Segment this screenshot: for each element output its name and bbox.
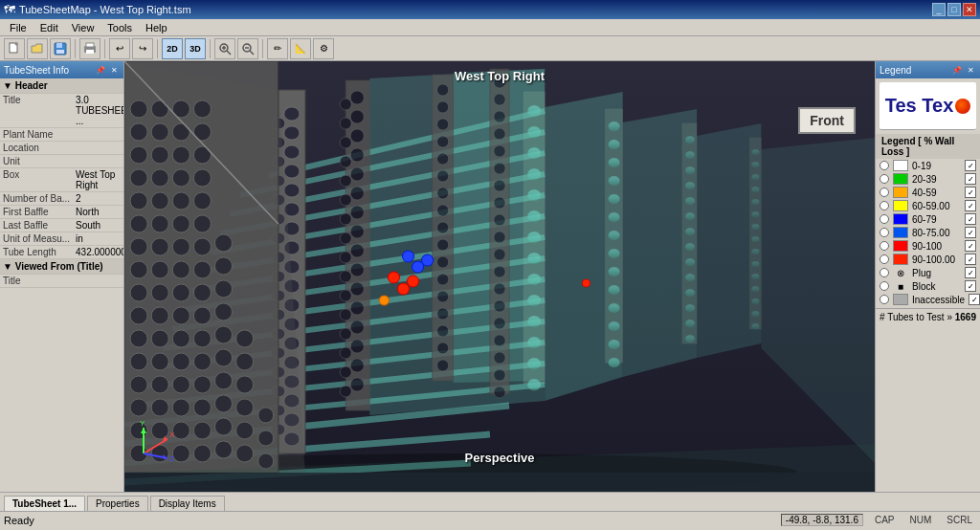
legend-check-80-7500[interactable]: ✓ — [965, 227, 976, 238]
legend-color-20-39 — [893, 173, 908, 185]
info-label-firstbaffle: First Baffle — [0, 206, 73, 219]
toolbar-zoom-in[interactable] — [214, 38, 235, 59]
svg-line-303 — [144, 439, 167, 453]
legend-radio-plug[interactable] — [880, 268, 889, 277]
legend-check-60-79[interactable]: ✓ — [965, 213, 976, 225]
svg-text:X: X — [169, 431, 175, 439]
legend-check-block[interactable]: ✓ — [965, 280, 976, 292]
menu-edit[interactable]: Edit — [34, 21, 64, 34]
tab-properties[interactable]: Properties — [87, 496, 148, 511]
toolbar-print[interactable] — [79, 38, 100, 59]
svg-point-270 — [437, 342, 449, 354]
legend-radio-90-10000[interactable] — [880, 254, 889, 264]
toolbar-open[interactable] — [27, 38, 48, 59]
svg-point-228 — [350, 225, 364, 238]
svg-rect-5 — [86, 43, 94, 47]
axis-indicator: X Y Z — [134, 420, 172, 458]
toolbar-save[interactable] — [50, 38, 71, 59]
legend-pin-btn[interactable]: 📌 — [950, 66, 964, 75]
legend-label-0-19: 0-19 — [912, 161, 961, 171]
legend-color-0-19 — [893, 160, 908, 171]
svg-point-300 — [582, 279, 590, 287]
maximize-button[interactable]: □ — [947, 3, 961, 16]
viewport[interactable]: West Top Right Perspective Front X Y Z — [124, 61, 875, 492]
legend-radio-90-100[interactable] — [880, 241, 889, 251]
toolbar-measure[interactable]: 📐 — [290, 38, 311, 59]
svg-point-249 — [340, 328, 351, 340]
minimize-button[interactable]: _ — [932, 3, 946, 16]
info-value-box: West Top Right — [73, 168, 123, 192]
legend-check-60-5900[interactable]: ✓ — [965, 200, 976, 211]
svg-point-264 — [437, 239, 449, 251]
close-button[interactable]: ✕ — [963, 3, 976, 16]
toolbar-pencil[interactable]: ✏ — [267, 38, 288, 59]
legend-close-btn[interactable]: ✕ — [966, 66, 976, 75]
legend-check-0-19[interactable]: ✓ — [965, 160, 976, 171]
menu-view[interactable]: View — [66, 21, 100, 34]
legend-color-90-100 — [893, 240, 908, 252]
svg-point-285 — [494, 266, 505, 277]
legend-item-40-59: 40-59 ✓ — [876, 186, 980, 199]
tab-displayitems[interactable]: Display Items — [150, 496, 225, 511]
info-row-box: Box West Top Right — [0, 168, 123, 192]
legend-check-20-39[interactable]: ✓ — [965, 173, 976, 185]
svg-marker-218 — [124, 61, 305, 473]
toolbar-settings[interactable]: ⚙ — [313, 38, 334, 59]
window-title: TubeSheetMap - West Top Right.tsm — [19, 4, 191, 15]
legend-radio-block[interactable] — [880, 281, 889, 291]
panel-pin-btn[interactable]: 📌 — [94, 66, 107, 75]
tab-tubesheet1[interactable]: TubeSheet 1... — [4, 496, 85, 511]
front-label: Front — [798, 107, 856, 134]
legend-check-90-10000[interactable]: ✓ — [965, 254, 976, 265]
panel-close-btn[interactable]: ✕ — [109, 66, 120, 75]
legend-radio-0-19[interactable] — [880, 161, 889, 170]
logo-text: Tes Tex — [885, 95, 954, 117]
svg-point-276 — [494, 111, 505, 122]
toolbar-sep3 — [157, 39, 158, 58]
legend-radio-inaccessible[interactable] — [880, 295, 889, 304]
menu-help[interactable]: Help — [140, 21, 173, 34]
svg-point-251 — [340, 366, 351, 378]
legend-radio-80-7500[interactable] — [880, 228, 889, 237]
legend-radio-20-39[interactable] — [880, 174, 889, 184]
legend-radio-40-59[interactable] — [880, 188, 889, 197]
legend-label-plug: Plug — [912, 268, 961, 278]
svg-text:Y: Y — [140, 420, 145, 428]
info-label-viewtitle: Title — [0, 275, 73, 288]
legend-check-plug[interactable]: ✓ — [965, 267, 976, 278]
legend-check-40-59[interactable]: ✓ — [965, 187, 976, 198]
svg-point-225 — [350, 167, 364, 181]
legend-symbol-plug: ⊗ — [893, 267, 908, 278]
svg-point-290 — [494, 352, 505, 364]
title-bar: 🗺 TubeSheetMap - West Top Right.tsm _ □ … — [0, 0, 980, 19]
toolbar-zoom-out[interactable] — [237, 38, 258, 59]
toolbar-new[interactable] — [4, 38, 25, 59]
svg-point-261 — [437, 188, 449, 199]
toolbar-undo[interactable]: ↩ — [109, 38, 130, 59]
toolbar-redo[interactable]: ↪ — [132, 38, 153, 59]
svg-point-255 — [437, 84, 449, 96]
svg-point-291 — [494, 369, 505, 381]
legend-check-inaccessible[interactable]: ✓ — [969, 294, 980, 305]
svg-point-271 — [437, 360, 449, 371]
info-label-title: Title — [0, 94, 73, 128]
info-row-unitofmeasure: Unit of Measu... in — [0, 232, 123, 246]
info-value-numbaffles: 2 — [73, 192, 123, 206]
menu-file[interactable]: File — [4, 21, 33, 34]
svg-point-238 — [340, 118, 351, 129]
legend-radio-60-5900[interactable] — [880, 201, 889, 210]
toolbar-2d[interactable]: 2D — [162, 38, 183, 59]
menu-tools[interactable]: Tools — [101, 21, 138, 34]
legend-item-90-100: 90-100 ✓ — [876, 239, 980, 253]
svg-point-101 — [284, 145, 300, 159]
info-label-box: Box — [0, 168, 73, 192]
legend-check-90-100[interactable]: ✓ — [965, 240, 976, 252]
legend-label-60-5900: 60-59.00 — [912, 201, 961, 211]
svg-marker-307 — [141, 428, 146, 433]
left-panel: TubeSheet Info 📌 ✕ ▼ Header Title 3.0 TU… — [0, 61, 124, 492]
svg-point-293 — [402, 251, 413, 262]
toolbar-3d[interactable]: 3D — [185, 38, 206, 59]
svg-point-289 — [494, 335, 505, 346]
panel-title: TubeSheet Info — [4, 65, 69, 76]
legend-radio-60-79[interactable] — [880, 214, 889, 224]
